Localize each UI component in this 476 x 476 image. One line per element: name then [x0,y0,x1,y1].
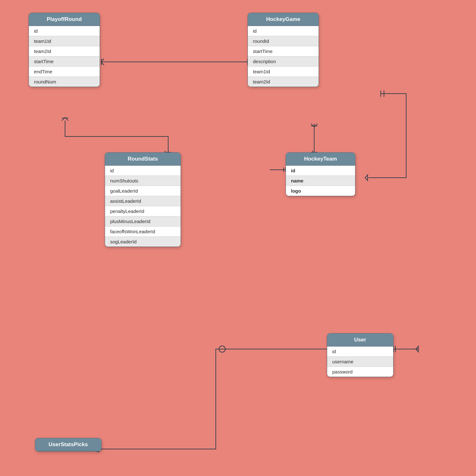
user-stats-picks-header: UserStatsPicks [35,438,101,451]
svg-line-19 [365,178,368,181]
hockey-game-header: HockeyGame [248,13,319,26]
svg-line-11 [311,124,314,127]
table-row: logo [286,186,355,196]
table-row: id [105,166,181,176]
table-row: endTime [29,67,100,77]
user-table: User id username password [327,333,393,377]
table-row: username [327,357,393,367]
svg-line-3 [101,59,104,62]
hockey-team-table: HockeyTeam id name logo [286,152,355,196]
table-row: id [29,26,100,36]
user-stats-picks-table: UserStatsPicks [35,438,102,452]
table-row: id [327,347,393,357]
svg-line-4 [101,62,104,65]
table-row: startTime [248,46,319,56]
table-row: startTime [29,56,100,67]
table-row: numShutouts [105,176,181,186]
playoff-round-header: PlayoffRound [29,13,100,26]
round-stats-table: RoundStats id numShutouts goalLeaderId a… [105,152,181,247]
playoff-round-table: PlayoffRound id team1Id team2Id startTim… [29,13,100,87]
table-row: faceoffsWonLeaderId [105,227,181,237]
table-row: penaltyLeaderId [105,206,181,216]
table-row: name [286,176,355,186]
table-row: assistLeaderId [105,196,181,206]
table-row: team1Id [248,67,319,77]
svg-line-18 [365,175,368,178]
table-row: roundNum [29,77,100,87]
svg-line-12 [314,124,317,127]
round-stats-header: RoundStats [105,153,181,166]
svg-line-7 [65,117,68,121]
svg-line-32 [416,349,419,352]
hockey-team-header: HockeyTeam [286,153,355,166]
user-header: User [327,334,393,347]
svg-line-31 [416,346,419,349]
table-row: id [286,166,355,176]
table-row: roundId [248,36,319,46]
svg-line-6 [62,117,65,121]
table-row: plusMinusLeaderId [105,216,181,227]
table-row: description [248,56,319,67]
table-row: password [327,367,393,377]
table-row: team1Id [29,36,100,46]
hockey-game-table: HockeyGame id roundId startTime descript… [248,13,319,87]
table-row: team2Id [29,46,100,56]
svg-point-24 [219,346,225,352]
table-row: goalLeaderId [105,186,181,196]
table-row: id [248,26,319,36]
table-row: team2Id [248,77,319,87]
table-row: sogLeaderId [105,237,181,247]
